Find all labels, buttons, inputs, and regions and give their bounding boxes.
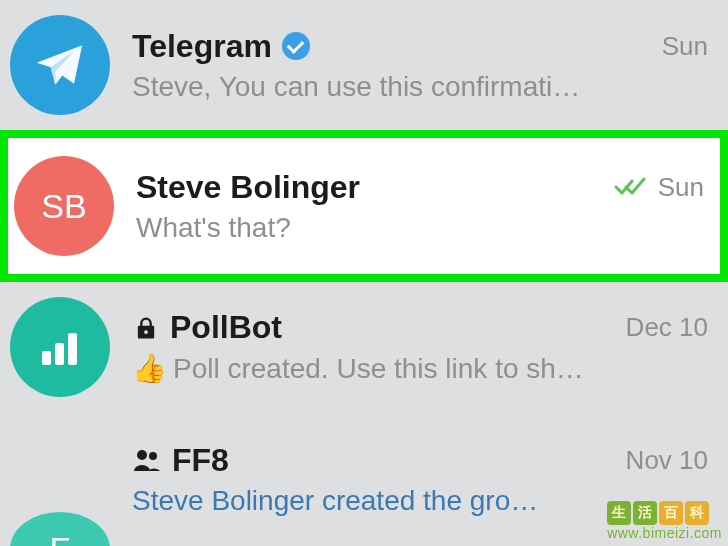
chat-name: FF8 (172, 442, 229, 479)
watermark-url: www.bimeizi.com (607, 525, 722, 541)
chat-time: Nov 10 (626, 445, 708, 476)
chat-time: Sun (662, 31, 708, 62)
chat-name: PollBot (170, 309, 282, 346)
chat-time: Dec 10 (626, 312, 708, 343)
chat-time: Sun (658, 172, 704, 203)
chat-content: Telegram Sun Steve, You can use this con… (132, 28, 708, 103)
avatar (10, 297, 110, 397)
chat-row-steve[interactable]: SB Steve Bolinger Sun What's that? (0, 130, 728, 282)
read-check-icon (614, 175, 650, 199)
verified-icon (282, 32, 310, 60)
lock-icon (132, 314, 160, 342)
chat-name: Steve Bolinger (136, 169, 360, 206)
thumbs-up-emoji: 👍 (132, 353, 167, 384)
chat-preview: Steve, You can use this confirmati… (132, 71, 708, 103)
svg-point-4 (137, 450, 147, 460)
svg-point-5 (149, 452, 157, 460)
svg-point-3 (144, 330, 148, 334)
avatar-initials: SB (41, 187, 86, 226)
chat-content: Steve Bolinger Sun What's that? (136, 169, 704, 244)
chat-preview: What's that? (136, 212, 704, 244)
avatar: F (10, 512, 110, 546)
avatar: SB (14, 156, 114, 256)
chat-preview: 👍Poll created. Use this link to sh… (132, 352, 708, 385)
chat-content: PollBot Dec 10 👍Poll created. Use this l… (132, 309, 708, 385)
chat-row-ff8[interactable]: F FF8 Nov 10 (0, 412, 728, 546)
chat-row-pollbot[interactable]: PollBot Dec 10 👍Poll created. Use this l… (0, 282, 728, 412)
chat-row-telegram[interactable]: Telegram Sun Steve, You can use this con… (0, 0, 728, 130)
svg-rect-2 (68, 333, 77, 365)
bar-chart-icon (34, 321, 86, 373)
group-icon (132, 447, 162, 473)
avatar (10, 15, 110, 115)
svg-rect-0 (42, 351, 51, 365)
telegram-icon (32, 37, 88, 93)
svg-rect-1 (55, 343, 64, 365)
avatar-initials: F (50, 530, 71, 546)
chat-content: FF8 Nov 10 Steve Bolinger created the gr… (132, 442, 708, 517)
chat-preview: Steve Bolinger created the gro… (132, 485, 708, 517)
chat-name: Telegram (132, 28, 272, 65)
